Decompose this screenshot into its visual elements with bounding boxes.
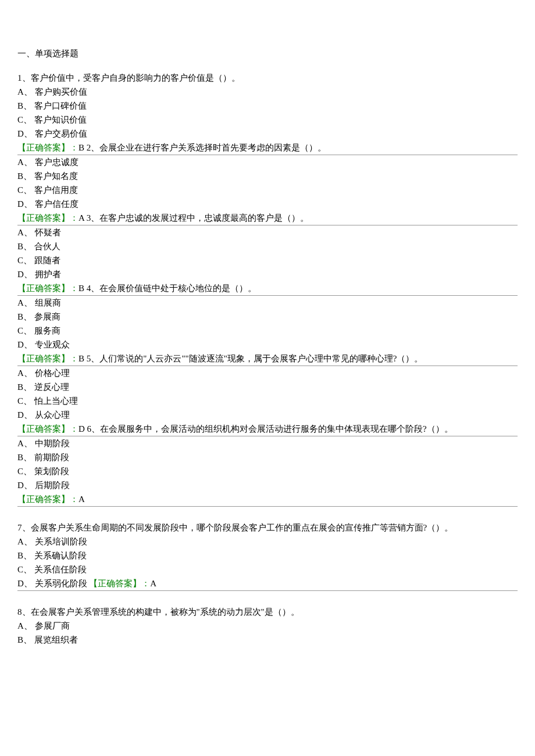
option-d: D、 关系弱化阶段 <box>17 579 87 588</box>
option-a: A、 中期阶段 <box>17 436 518 450</box>
question-7: 7、会展客户关系生命周期的不同发展阶段中，哪个阶段展会客户工作的重点在展会的宣传… <box>17 521 518 591</box>
answer-line: 【正确答案】：B 5、人们常说的"人云亦云""随波逐流"现象，属于会展客户心理中… <box>17 352 518 366</box>
option-a: A、 客户购买价值 <box>17 85 518 99</box>
answer-line: D、 关系弱化阶段 【正确答案】：A <box>17 576 518 591</box>
option-c: C、 跟随者 <box>17 253 518 267</box>
next-question-stem: 5、人们常说的"人云亦云""随波逐流"现象，属于会展客户心理中常见的哪种心理?（… <box>87 354 423 363</box>
correct-answer-label: 【正确答案】： <box>17 213 79 223</box>
option-c: C、 客户知识价值 <box>17 113 518 127</box>
option-c: C、 关系信任阶段 <box>17 562 518 576</box>
correct-answer-label: 【正确答案】： <box>17 354 79 363</box>
option-a: A、 客户忠诚度 <box>17 155 518 169</box>
question-6: A、 中期阶段 B、 前期阶段 C、 策划阶段 D、 后期阶段 【正确答案】：A <box>17 436 518 507</box>
option-a: A、 关系培训阶段 <box>17 535 518 549</box>
answer-value: A <box>79 213 84 223</box>
answer-line: 【正确答案】：A <box>17 492 518 507</box>
correct-answer-label: 【正确答案】： <box>89 579 150 588</box>
option-b: B、 前期阶段 <box>17 450 518 464</box>
answer-value: B <box>79 284 84 293</box>
option-b: B、 参展商 <box>17 310 518 324</box>
spacer <box>17 507 518 521</box>
answer-value: A <box>79 495 85 504</box>
option-d: D、 拥护者 <box>17 267 518 281</box>
option-d: D、 客户交易价值 <box>17 127 518 141</box>
correct-answer-label: 【正确答案】： <box>17 143 79 152</box>
option-c: C、 怕上当心理 <box>17 394 518 408</box>
option-d: D、 从众心理 <box>17 408 518 422</box>
option-b: B、 关系确认阶段 <box>17 549 518 562</box>
answer-line: 【正确答案】：A 3、在客户忠诚的发展过程中，忠诚度最高的客户是（）。 <box>17 211 518 225</box>
question-8: 8、在会展客户关系管理系统的构建中，被称为"系统的动力层次"是（）。 A、 参展… <box>17 605 518 647</box>
option-c: C、 策划阶段 <box>17 464 518 478</box>
option-d: D、 客户信任度 <box>17 197 518 211</box>
option-a: A、 价格心理 <box>17 366 518 380</box>
option-a: A、 怀疑者 <box>17 225 518 239</box>
spacer <box>17 591 518 605</box>
option-b: B、 合伙人 <box>17 239 518 253</box>
option-b: B、 展览组织者 <box>17 633 518 647</box>
option-a: A、 组展商 <box>17 296 518 310</box>
question-stem: 8、在会展客户关系管理系统的构建中，被称为"系统的动力层次"是（）。 <box>17 605 518 619</box>
option-b: B、 客户口碑价值 <box>17 99 518 113</box>
answer-line: 【正确答案】：D 6、在会展服务中，会展活动的组织机构对会展活动进行服务的集中体… <box>17 422 518 436</box>
answer-value: B <box>79 143 84 152</box>
next-question-stem: 2、会展企业在进行客户关系选择时首先要考虑的因素是（）。 <box>87 143 327 152</box>
option-a: A、 参展厂商 <box>17 619 518 633</box>
option-d: D、 后期阶段 <box>17 478 518 492</box>
answer-line: 【正确答案】：B 2、会展企业在进行客户关系选择时首先要考虑的因素是（）。 <box>17 141 518 155</box>
question-2: A、 客户忠诚度 B、 客户知名度 C、 客户信用度 D、 客户信任度 【正确答… <box>17 155 518 225</box>
question-5: A、 价格心理 B、 逆反心理 C、 怕上当心理 D、 从众心理 【正确答案】：… <box>17 366 518 436</box>
correct-answer-label: 【正确答案】： <box>17 284 79 293</box>
option-c: C、 客户信用度 <box>17 183 518 197</box>
question-stem: 7、会展客户关系生命周期的不同发展阶段中，哪个阶段展会客户工作的重点在展会的宣传… <box>17 521 518 535</box>
question-4: A、 组展商 B、 参展商 C、 服务商 D、 专业观众 【正确答案】：B 5、… <box>17 296 518 366</box>
question-3: A、 怀疑者 B、 合伙人 C、 跟随者 D、 拥护者 【正确答案】：B 4、在… <box>17 225 518 296</box>
answer-value: A <box>150 579 156 588</box>
answer-line: 【正确答案】：B 4、在会展价值链中处于核心地位的是（）。 <box>17 281 518 296</box>
correct-answer-label: 【正确答案】： <box>17 495 79 504</box>
answer-value: D <box>79 424 85 433</box>
option-c: C、 服务商 <box>17 324 518 338</box>
next-question-stem: 4、在会展价值链中处于核心地位的是（）。 <box>87 284 257 293</box>
next-question-stem: 6、在会展服务中，会展活动的组织机构对会展活动进行服务的集中体现表现在哪个阶段?… <box>87 424 453 433</box>
next-question-stem: 3、在客户忠诚的发展过程中，忠诚度最高的客户是（）。 <box>87 213 309 223</box>
section-title: 一、单项选择题 <box>17 46 518 60</box>
option-b: B、 客户知名度 <box>17 169 518 183</box>
question-stem: 1、客户价值中，受客户自身的影响力的客户价值是（）。 <box>17 71 518 85</box>
question-1: 1、客户价值中，受客户自身的影响力的客户价值是（）。 A、 客户购买价值 B、 … <box>17 71 518 155</box>
option-d: D、 专业观众 <box>17 338 518 352</box>
correct-answer-label: 【正确答案】： <box>17 424 79 433</box>
option-b: B、 逆反心理 <box>17 380 518 394</box>
answer-value: B <box>79 354 84 363</box>
